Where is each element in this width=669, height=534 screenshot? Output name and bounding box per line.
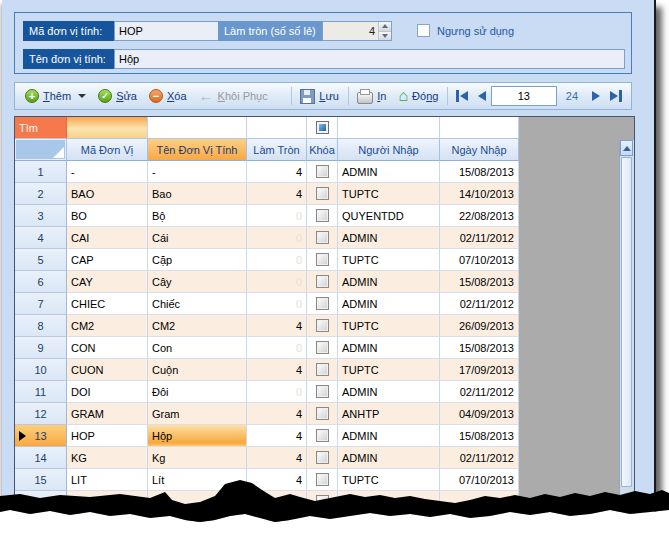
cell-ngay-nhap[interactable]: 07/10/2013 bbox=[440, 469, 519, 491]
cell-khoa[interactable] bbox=[307, 469, 338, 491]
cell-ngay-nhap[interactable]: 02/11/2012 bbox=[440, 293, 519, 315]
cell-ma-don-vi[interactable]: CON bbox=[67, 337, 148, 359]
cell-ngay-nhap[interactable]: 15/08/2013 bbox=[440, 425, 519, 447]
column-header-nguoi-nhap[interactable]: Người Nhập bbox=[338, 139, 440, 161]
filter-cell-lam-tron[interactable] bbox=[247, 117, 307, 139]
cell-ma-don-vi[interactable]: - bbox=[67, 161, 148, 183]
row-checkbox[interactable] bbox=[316, 473, 329, 486]
print-button[interactable]: In bbox=[351, 85, 392, 107]
table-row[interactable]: 5CAPCặp0TUPTC07/10/2013 bbox=[15, 249, 634, 271]
edit-button[interactable]: ✓ Sửa bbox=[92, 85, 143, 107]
cell-ma-don-vi[interactable]: LIT bbox=[67, 469, 148, 491]
cell-khoa[interactable] bbox=[307, 249, 338, 271]
row-number-cell[interactable]: 11 bbox=[15, 381, 67, 403]
cell-khoa[interactable] bbox=[307, 161, 338, 183]
cell-ngay-nhap[interactable] bbox=[440, 491, 519, 513]
row-checkbox[interactable] bbox=[316, 297, 329, 310]
row-checkbox[interactable] bbox=[316, 363, 329, 376]
cell-nguoi-nhap[interactable]: ADMIN bbox=[338, 337, 440, 359]
discontinue-checkbox[interactable] bbox=[417, 24, 430, 37]
cell-ten-don-vi[interactable]: Cây bbox=[148, 271, 247, 293]
row-checkbox[interactable] bbox=[316, 429, 329, 442]
cell-nguoi-nhap[interactable]: TUPTC bbox=[338, 315, 440, 337]
stepper-down-button[interactable] bbox=[379, 32, 391, 41]
row-checkbox[interactable] bbox=[316, 495, 329, 508]
cell-ten-don-vi[interactable]: Chiếc bbox=[148, 293, 247, 315]
cell-nguoi-nhap[interactable]: ANHTP bbox=[338, 403, 440, 425]
cell-ngay-nhap[interactable]: 15/08/2013 bbox=[440, 161, 519, 183]
filter-cell-nguoi-nhap[interactable] bbox=[338, 117, 440, 139]
cell-ten-don-vi[interactable]: Bộ bbox=[148, 205, 247, 227]
row-number-cell[interactable]: 13 bbox=[15, 425, 67, 447]
cell-khoa[interactable] bbox=[307, 403, 338, 425]
cell-ten-don-vi[interactable]: Cặp bbox=[148, 249, 247, 271]
table-row[interactable]: 1--4ADMIN15/08/2013 bbox=[15, 161, 634, 183]
table-row[interactable]: 2BAOBao4TUPTC14/10/2013 bbox=[15, 183, 634, 205]
cell-lam-tron[interactable]: 4 bbox=[247, 315, 307, 337]
cell-ten-don-vi[interactable]: - bbox=[148, 161, 247, 183]
cell-lam-tron[interactable]: 0 bbox=[247, 381, 307, 403]
row-number-cell[interactable]: 2 bbox=[15, 183, 67, 205]
cell-khoa[interactable] bbox=[307, 205, 338, 227]
cell-lam-tron[interactable]: 4 bbox=[247, 183, 307, 205]
row-checkbox[interactable] bbox=[316, 165, 329, 178]
row-number-cell[interactable]: 10 bbox=[15, 359, 67, 381]
cell-khoa[interactable] bbox=[307, 425, 338, 447]
cell-lam-tron[interactable]: 4 bbox=[247, 469, 307, 491]
cell-khoa[interactable] bbox=[307, 315, 338, 337]
scrollbar-thumb[interactable] bbox=[621, 157, 632, 487]
filter-cell-ma-don-vi[interactable] bbox=[67, 117, 148, 139]
row-number-cell[interactable]: 5 bbox=[15, 249, 67, 271]
row-number-cell[interactable]: 14 bbox=[15, 447, 67, 469]
add-button[interactable]: + Thêm bbox=[19, 85, 92, 107]
cell-nguoi-nhap[interactable]: ADMIN bbox=[338, 381, 440, 403]
row-number-cell[interactable]: 9 bbox=[15, 337, 67, 359]
row-checkbox[interactable] bbox=[316, 341, 329, 354]
cell-nguoi-nhap[interactable]: ADMIN bbox=[338, 161, 440, 183]
cell-khoa[interactable] bbox=[307, 271, 338, 293]
cell-ten-don-vi[interactable] bbox=[148, 491, 247, 513]
cell-khoa[interactable] bbox=[307, 227, 338, 249]
select-all-corner-cell[interactable] bbox=[15, 139, 67, 161]
scrollbar-up-button[interactable] bbox=[620, 140, 633, 156]
cell-ma-don-vi[interactable]: KG bbox=[67, 447, 148, 469]
cell-lam-tron[interactable]: 0 bbox=[247, 271, 307, 293]
next-record-button[interactable] bbox=[587, 86, 605, 106]
column-header-ngay-nhap[interactable]: Ngày Nhập bbox=[440, 139, 519, 161]
table-row[interactable]: 6CAYCây0ADMIN15/08/2013 bbox=[15, 271, 634, 293]
filter-cell-khoa[interactable] bbox=[307, 117, 338, 139]
cell-ma-don-vi[interactable]: CAY bbox=[67, 271, 148, 293]
cell-ngay-nhap[interactable]: 22/08/2013 bbox=[440, 205, 519, 227]
cell-khoa[interactable] bbox=[307, 381, 338, 403]
delete-button[interactable]: − Xóa bbox=[143, 85, 193, 107]
table-row[interactable]: 7CHIECChiếc0ADMIN02/11/2012 bbox=[15, 293, 634, 315]
cell-lam-tron[interactable]: 4 bbox=[247, 425, 307, 447]
cell-lam-tron[interactable]: 4 bbox=[247, 403, 307, 425]
row-checkbox[interactable] bbox=[316, 231, 329, 244]
cell-ten-don-vi[interactable]: Bao bbox=[148, 183, 247, 205]
cell-nguoi-nhap[interactable]: ADMIN bbox=[338, 271, 440, 293]
stepper-up-button[interactable] bbox=[379, 22, 391, 32]
cell-nguoi-nhap[interactable] bbox=[338, 491, 440, 513]
close-button[interactable]: ⌂ Đóng bbox=[392, 85, 444, 107]
unit-code-input[interactable] bbox=[114, 21, 226, 41]
cell-ngay-nhap[interactable]: 14/10/2013 bbox=[440, 183, 519, 205]
cell-ma-don-vi[interactable]: BAO bbox=[67, 183, 148, 205]
cell-ngay-nhap[interactable]: 15/08/2013 bbox=[440, 337, 519, 359]
restore-button[interactable]: ← Khôi Phục bbox=[193, 85, 274, 107]
row-number-cell[interactable]: 16 bbox=[15, 491, 67, 513]
vertical-scrollbar[interactable] bbox=[619, 140, 634, 514]
table-row[interactable]: 10CUONCuộn4TUPTC17/09/2013 bbox=[15, 359, 634, 381]
cell-ma-don-vi[interactable]: CAP bbox=[67, 249, 148, 271]
cell-lam-tron[interactable]: 4 bbox=[247, 161, 307, 183]
cell-nguoi-nhap[interactable]: TUPTC bbox=[338, 359, 440, 381]
cell-nguoi-nhap[interactable]: QUYENTDD bbox=[338, 205, 440, 227]
cell-lam-tron[interactable]: 0 bbox=[247, 205, 307, 227]
row-checkbox[interactable] bbox=[316, 385, 329, 398]
cell-nguoi-nhap[interactable]: ADMIN bbox=[338, 447, 440, 469]
table-row[interactable]: 9CONCon0ADMIN15/08/2013 bbox=[15, 337, 634, 359]
cell-ten-don-vi[interactable]: Kg bbox=[148, 447, 247, 469]
cell-khoa[interactable] bbox=[307, 359, 338, 381]
last-record-button[interactable] bbox=[605, 86, 627, 106]
cell-nguoi-nhap[interactable]: TUPTC bbox=[338, 249, 440, 271]
